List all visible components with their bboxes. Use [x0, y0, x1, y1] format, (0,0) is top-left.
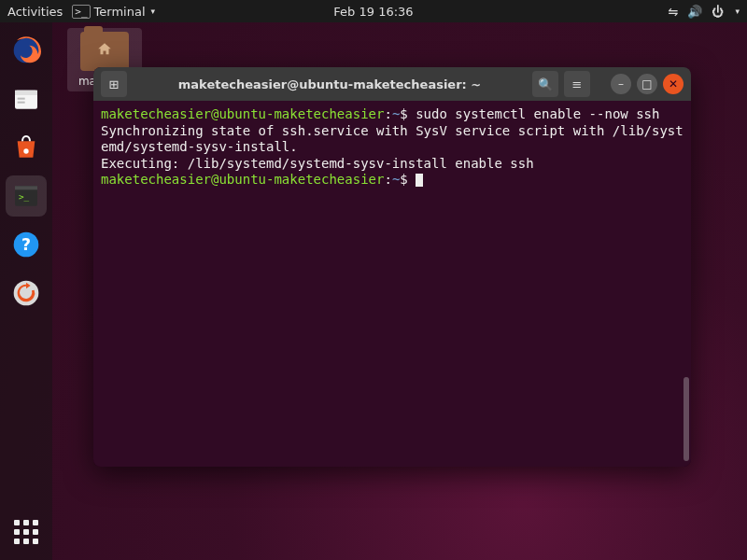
search-icon: 🔍: [538, 77, 553, 91]
terminal-icon: >_: [72, 5, 90, 19]
app-menu[interactable]: >_ Terminal ▾: [72, 5, 155, 19]
dock-item-updater[interactable]: [6, 273, 47, 314]
new-tab-button[interactable]: ⊞: [101, 71, 127, 97]
firefox-icon: [11, 35, 41, 65]
svg-text:>_: >_: [19, 191, 30, 202]
app-menu-label: Terminal: [94, 5, 146, 19]
maximize-icon: □: [641, 77, 652, 91]
chevron-down-icon: ▾: [151, 7, 156, 16]
cmd-line-1: sudo systemctl enable --now ssh: [416, 106, 659, 121]
terminal-window: ⊞ maketecheasier@ubuntu-maketecheasier: …: [93, 67, 691, 467]
dock-item-firefox[interactable]: [6, 30, 47, 71]
dock-item-help[interactable]: ?: [6, 224, 47, 265]
search-button[interactable]: 🔍: [532, 71, 558, 97]
volume-icon[interactable]: 🔊: [687, 5, 702, 19]
prompt-char-2: $: [400, 172, 407, 187]
dock-item-files[interactable]: [6, 78, 47, 119]
shopping-bag-icon: [11, 133, 41, 162]
prompt-char: $: [400, 106, 407, 121]
terminal-cursor: [416, 174, 423, 187]
output-2: Executing: /lib/systemd/systemd-sysv-ins…: [101, 156, 534, 171]
network-icon[interactable]: ⇋: [669, 5, 679, 19]
close-icon: ✕: [669, 77, 678, 91]
svg-rect-4: [18, 102, 25, 104]
menu-button[interactable]: ≡: [564, 71, 590, 97]
maximize-button[interactable]: □: [637, 74, 657, 94]
svg-rect-2: [15, 91, 37, 95]
help-icon: ?: [11, 230, 41, 259]
window-title: maketecheasier@ubuntu-maketecheasier: ~: [133, 77, 527, 91]
activities-button[interactable]: Activities: [7, 5, 63, 19]
files-icon: [11, 84, 41, 114]
titlebar[interactable]: ⊞ maketecheasier@ubuntu-maketecheasier: …: [93, 67, 691, 101]
minimize-button[interactable]: –: [611, 74, 631, 94]
svg-text:?: ?: [21, 235, 31, 254]
apps-grid-icon: [14, 520, 38, 544]
dock-item-software[interactable]: [6, 127, 47, 168]
terminal-icon: >_: [11, 181, 41, 211]
svg-rect-7: [15, 186, 37, 189]
dock: >_ ?: [0, 22, 52, 560]
dock-item-terminal[interactable]: >_: [6, 175, 47, 217]
top-bar: Activities >_ Terminal ▾ Feb 19 16:36 ⇋ …: [0, 0, 747, 22]
folder-icon: [80, 32, 129, 71]
prompt-sep-2: :: [384, 172, 391, 187]
new-tab-icon: ⊞: [109, 77, 120, 91]
prompt-user-2: maketecheasier@ubuntu-maketecheasier: [101, 172, 384, 187]
svg-rect-3: [18, 98, 25, 100]
home-icon: [95, 41, 114, 58]
svg-point-5: [23, 148, 28, 153]
terminal-body[interactable]: maketecheasier@ubuntu-maketecheasier:~$ …: [93, 101, 691, 467]
clock[interactable]: Feb 19 16:36: [333, 5, 413, 19]
dock-show-applications[interactable]: [6, 511, 47, 553]
output-1: Synchronizing state of ssh.service with …: [101, 123, 684, 155]
system-menu-chevron-icon[interactable]: ▾: [735, 7, 740, 16]
prompt-user: maketecheasier@ubuntu-maketecheasier: [101, 106, 384, 121]
close-button[interactable]: ✕: [663, 74, 684, 94]
update-icon: [11, 278, 41, 308]
scrollbar[interactable]: [684, 377, 689, 461]
prompt-sep: :: [384, 106, 391, 121]
hamburger-icon: ≡: [572, 77, 583, 91]
power-icon[interactable]: ⏻: [712, 5, 724, 19]
minimize-icon: –: [618, 77, 624, 91]
